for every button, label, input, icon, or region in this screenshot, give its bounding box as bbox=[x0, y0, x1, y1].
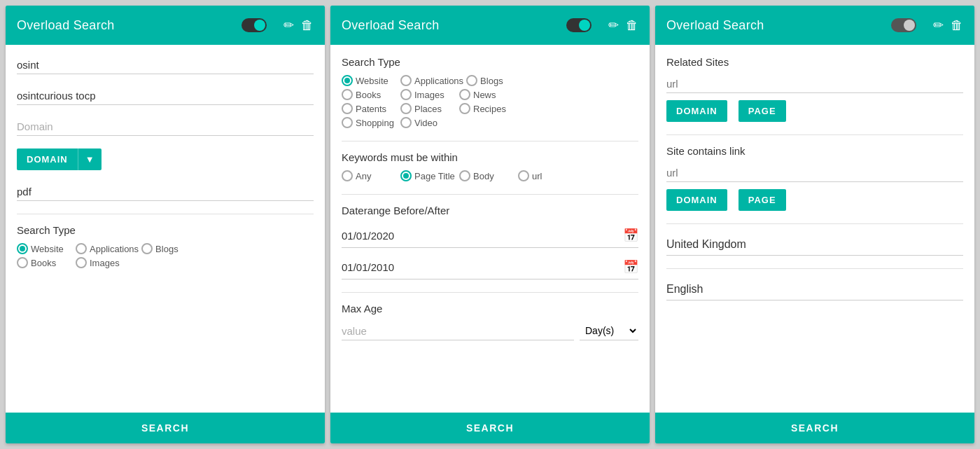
s2-news[interactable]: News bbox=[459, 89, 515, 100]
site-contains-url-input[interactable] bbox=[666, 164, 963, 182]
search-type-label-1: Search Type bbox=[17, 224, 314, 236]
search-type-books-1[interactable]: Books bbox=[17, 257, 73, 268]
r2-images[interactable] bbox=[400, 89, 412, 100]
max-age-input[interactable] bbox=[342, 322, 574, 340]
r2-images-label: Images bbox=[414, 90, 444, 100]
s2-applications[interactable]: Applications bbox=[400, 75, 463, 86]
r2-books[interactable] bbox=[342, 89, 353, 100]
panel-3-title: Overload Search bbox=[666, 18, 891, 33]
r2-website-label: Website bbox=[356, 76, 388, 86]
site-contains-label: Site contains link bbox=[666, 145, 963, 157]
r-body-label: Body bbox=[473, 171, 494, 181]
radio-applications-1[interactable] bbox=[76, 243, 87, 254]
r-url[interactable] bbox=[518, 170, 529, 181]
radio-website-label-1: Website bbox=[31, 244, 64, 254]
panel-1-delete-icon[interactable]: 🗑 bbox=[301, 18, 314, 33]
s2-books[interactable]: Books bbox=[342, 89, 398, 100]
keywords-within-group: Keywords must be within Any Page Title B… bbox=[342, 151, 638, 181]
r2-news[interactable] bbox=[459, 89, 470, 100]
r2-patents[interactable] bbox=[342, 103, 353, 114]
r-any[interactable] bbox=[342, 170, 353, 181]
r2-blogs[interactable] bbox=[466, 75, 477, 86]
panel-1-toggle[interactable] bbox=[241, 18, 267, 32]
radio-images-label-1: Images bbox=[90, 258, 120, 268]
country-group: United Kingdom bbox=[666, 234, 963, 256]
search-type-images-1[interactable]: Images bbox=[76, 257, 132, 268]
r-pagetitle[interactable] bbox=[400, 170, 412, 181]
search-type-label-2: Search Type bbox=[342, 56, 638, 68]
daterange-group: Daterange Before/After 01/01/2020 📅 01/0… bbox=[342, 205, 638, 279]
date-before-value: 01/01/2020 bbox=[342, 230, 623, 242]
s2-images[interactable]: Images bbox=[400, 89, 456, 100]
search-type-website-1[interactable]: Website bbox=[17, 243, 73, 254]
related-sites-domain-button[interactable]: DOMAIN bbox=[666, 100, 727, 122]
r2-patents-label: Patents bbox=[356, 104, 386, 114]
r2-video-label: Video bbox=[414, 118, 438, 128]
date-before-field: 01/01/2020 📅 bbox=[342, 223, 638, 248]
s2-video[interactable]: Video bbox=[400, 117, 456, 128]
kw-body[interactable]: Body bbox=[459, 170, 515, 181]
s2-places[interactable]: Places bbox=[400, 103, 456, 114]
r-any-label: Any bbox=[356, 171, 371, 181]
calendar-after-icon[interactable]: 📅 bbox=[623, 259, 638, 275]
site-contains-domain-button[interactable]: DOMAIN bbox=[666, 189, 727, 211]
related-sites-group: Related Sites DOMAIN PAGE bbox=[666, 56, 963, 122]
panel-1-footer[interactable]: SEARCH bbox=[6, 413, 325, 443]
kw-pagetitle[interactable]: Page Title bbox=[400, 170, 456, 181]
country-value: United Kingdom bbox=[666, 234, 963, 256]
search-type-blogs-1[interactable]: Blogs bbox=[141, 243, 197, 254]
r2-shopping[interactable] bbox=[342, 117, 353, 128]
radio-blogs-1[interactable] bbox=[141, 243, 153, 254]
keyword2-input[interactable] bbox=[17, 87, 314, 105]
search-type-radios-1b: Books Images bbox=[17, 257, 314, 268]
s2-shopping[interactable]: Shopping bbox=[342, 117, 398, 128]
panel-3-toggle[interactable] bbox=[891, 18, 916, 32]
panel-2-title: Overload Search bbox=[342, 18, 566, 33]
r2-video[interactable] bbox=[400, 117, 412, 128]
panel-3-delete-icon[interactable]: 🗑 bbox=[951, 18, 963, 33]
keyword1-group bbox=[17, 56, 314, 74]
s2-blogs[interactable]: Blogs bbox=[466, 75, 522, 86]
panel-1-edit-icon[interactable]: ✏ bbox=[284, 18, 294, 33]
r2-shopping-label: Shopping bbox=[356, 118, 394, 128]
related-sites-url-input[interactable] bbox=[666, 75, 963, 93]
r-body[interactable] bbox=[459, 170, 470, 181]
related-sites-page-button[interactable]: PAGE bbox=[738, 100, 786, 122]
domain-input[interactable] bbox=[17, 118, 314, 136]
search-type-applications-1[interactable]: Applications bbox=[76, 243, 139, 254]
radio-images-1[interactable] bbox=[76, 257, 87, 268]
filetype-group bbox=[17, 183, 314, 201]
kw-url[interactable]: url bbox=[518, 170, 574, 181]
radio-books-1[interactable] bbox=[17, 257, 28, 268]
panel-3-edit-icon[interactable]: ✏ bbox=[933, 18, 944, 33]
r2-books-label: Books bbox=[356, 90, 381, 100]
radio-website-1[interactable] bbox=[17, 243, 28, 254]
r2-website[interactable] bbox=[342, 75, 353, 86]
max-age-unit-select[interactable]: Day(s) Week(s) Month(s) Year(s) bbox=[580, 322, 638, 340]
panel-3-footer[interactable]: SEARCH bbox=[655, 413, 974, 443]
max-age-label: Max Age bbox=[342, 303, 638, 315]
panel-1-title: Overload Search bbox=[17, 18, 241, 33]
domain-dropdown-arrow[interactable]: ▼ bbox=[78, 148, 102, 170]
domain-button[interactable]: DOMAIN bbox=[17, 148, 78, 170]
panel-2-footer[interactable]: SEARCH bbox=[330, 413, 650, 443]
filetype-input[interactable] bbox=[17, 183, 314, 201]
s2-website[interactable]: Website bbox=[342, 75, 398, 86]
site-contains-btns: DOMAIN PAGE bbox=[666, 189, 963, 211]
s2-patents[interactable]: Patents bbox=[342, 103, 398, 114]
keyword1-input[interactable] bbox=[17, 56, 314, 74]
kw-any[interactable]: Any bbox=[342, 170, 398, 181]
r2-recipes[interactable] bbox=[459, 103, 470, 114]
r2-places[interactable] bbox=[400, 103, 412, 114]
search-type-radios-2a: Website Applications Blogs bbox=[342, 75, 638, 86]
r2-applications[interactable] bbox=[400, 75, 412, 86]
calendar-before-icon[interactable]: 📅 bbox=[623, 228, 638, 243]
site-contains-page-button[interactable]: PAGE bbox=[738, 189, 786, 211]
panel-2-edit-icon[interactable]: ✏ bbox=[608, 18, 619, 33]
panel-2-delete-icon[interactable]: 🗑 bbox=[626, 18, 638, 33]
panel-2-toggle[interactable] bbox=[566, 18, 592, 32]
r2-news-label: News bbox=[473, 90, 496, 100]
r-pagetitle-label: Page Title bbox=[414, 171, 455, 181]
s2-recipes[interactable]: Recipes bbox=[459, 103, 515, 114]
r2-blogs-label: Blogs bbox=[480, 76, 503, 86]
